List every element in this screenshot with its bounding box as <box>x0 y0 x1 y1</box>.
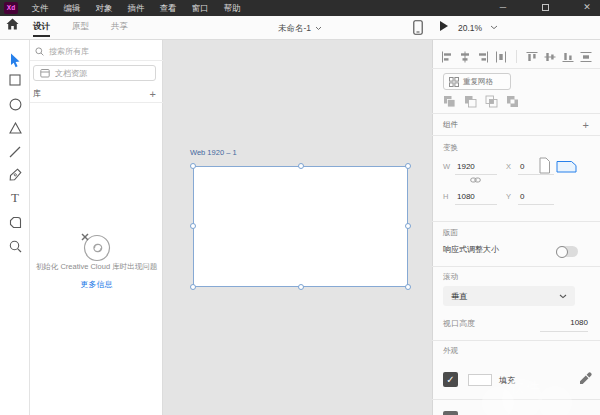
divider <box>516 50 517 63</box>
menu-object[interactable]: 对象 <box>88 0 120 16</box>
divider <box>455 204 497 205</box>
home-icon[interactable] <box>6 18 26 38</box>
divider <box>30 102 163 103</box>
height-input[interactable]: 1080 <box>457 192 475 201</box>
menu-edit[interactable]: 编辑 <box>56 0 88 16</box>
resize-handle-nw[interactable] <box>190 163 196 169</box>
scroll-direction-select[interactable]: 垂直 <box>443 286 575 306</box>
components-header: 组件 + <box>443 120 589 130</box>
resize-handle-ne[interactable] <box>405 163 411 169</box>
boolean-exclude-icon[interactable] <box>506 95 519 108</box>
repeat-grid-icon <box>449 77 459 87</box>
tab-share[interactable]: 共享 <box>111 17 128 39</box>
library-header: 库 + <box>33 88 156 99</box>
device-preview-icon[interactable] <box>413 20 423 35</box>
resize-handle-sw[interactable] <box>190 284 196 290</box>
menu-window[interactable]: 窗口 <box>184 0 216 16</box>
text-tool-icon[interactable]: T <box>0 188 30 208</box>
eyedropper-icon[interactable] <box>579 372 592 385</box>
menubar: 文件 编辑 对象 插件 查看 窗口 帮助 <box>24 0 248 16</box>
creative-cloud-error-icon <box>80 232 112 262</box>
artboard-tool-icon[interactable] <box>0 212 30 232</box>
y-input[interactable]: 0 <box>520 192 524 201</box>
ellipse-tool-icon[interactable] <box>0 94 30 114</box>
viewport-height-label: 视口高度 <box>443 318 475 329</box>
resize-handle-s[interactable] <box>298 284 304 290</box>
menu-plugins[interactable]: 插件 <box>120 0 152 16</box>
align-middle-vertical-icon[interactable] <box>544 51 556 63</box>
divider <box>432 113 600 114</box>
scroll-section-label: 滚动 <box>443 272 458 282</box>
library-search-input[interactable]: 搜索所有库 <box>35 44 89 58</box>
library-error-message: 初始化 Creative Cloud 库时出现问题 <box>31 262 162 272</box>
width-input[interactable]: 1920 <box>457 162 475 171</box>
viewport-height-input[interactable]: 1080 <box>540 318 588 327</box>
library-label: 库 <box>33 88 41 99</box>
divider <box>518 174 554 175</box>
height-label: H <box>443 192 448 201</box>
window-titlebar: Xd 文件 编辑 对象 插件 查看 窗口 帮助 ─ ✕ <box>0 0 600 16</box>
portrait-orientation-icon[interactable] <box>538 157 551 174</box>
menu-file[interactable]: 文件 <box>24 0 56 16</box>
artboard[interactable] <box>193 166 408 287</box>
zoom-tool-icon[interactable] <box>0 236 30 256</box>
align-bottom-icon[interactable] <box>562 51 574 63</box>
width-label: W <box>443 162 450 171</box>
distribute-horizontal-icon[interactable] <box>495 51 507 63</box>
divider <box>432 135 600 136</box>
resize-handle-se[interactable] <box>405 284 411 290</box>
resize-handle-n[interactable] <box>298 163 304 169</box>
menu-view[interactable]: 查看 <box>152 0 184 16</box>
layout-section-label: 版面 <box>443 228 458 238</box>
divider <box>30 60 163 61</box>
close-button[interactable]: ✕ <box>566 0 600 16</box>
responsive-resize-toggle[interactable] <box>556 246 578 257</box>
divider <box>518 204 554 205</box>
document-title[interactable]: 未命名-1 <box>230 16 370 40</box>
tab-design[interactable]: 设计 <box>33 17 50 39</box>
document-assets-button[interactable]: 文档资源 <box>33 65 156 81</box>
add-component-button[interactable]: + <box>583 120 589 130</box>
lock-aspect-icon[interactable] <box>470 176 481 184</box>
rectangle-tool-icon[interactable] <box>0 70 30 90</box>
fill-color-swatch[interactable] <box>468 374 492 386</box>
boolean-intersect-icon[interactable] <box>485 95 498 108</box>
line-tool-icon[interactable] <box>0 142 30 162</box>
chevron-down-icon <box>559 294 567 299</box>
x-label: X <box>506 162 511 171</box>
boolean-add-icon[interactable] <box>443 95 456 108</box>
artboard-name[interactable]: Web 1920 – 1 <box>190 148 237 157</box>
zoom-chevron-down-icon[interactable] <box>490 25 498 30</box>
tab-prototype[interactable]: 原型 <box>72 17 89 39</box>
x-input[interactable]: 0 <box>520 162 524 171</box>
divider <box>540 331 588 332</box>
distribute-vertical-icon[interactable] <box>580 51 592 63</box>
toggle-knob <box>556 246 568 258</box>
fill-checkbox[interactable]: ✓ <box>443 372 458 387</box>
boolean-subtract-icon[interactable] <box>464 95 477 108</box>
maximize-button[interactable] <box>524 0 566 16</box>
align-center-horizontal-icon[interactable] <box>459 51 471 63</box>
more-info-link[interactable]: 更多信息 <box>31 279 162 290</box>
chevron-down-icon <box>315 26 322 31</box>
divider <box>432 399 600 400</box>
align-right-icon[interactable] <box>477 51 489 63</box>
align-top-icon[interactable] <box>526 51 538 63</box>
polygon-tool-icon[interactable] <box>0 118 30 138</box>
play-preview-icon[interactable] <box>440 21 448 31</box>
menu-help[interactable]: 帮助 <box>216 0 248 16</box>
border-checkbox-cutoff[interactable] <box>443 411 458 415</box>
add-library-button[interactable]: + <box>150 89 156 99</box>
pen-tool-icon[interactable] <box>0 164 30 184</box>
align-left-icon[interactable] <box>441 51 453 63</box>
repeat-grid-button[interactable]: 重复网格 <box>443 73 511 90</box>
appearance-section-label: 外观 <box>443 346 458 356</box>
resize-handle-e[interactable] <box>405 223 411 229</box>
select-tool-icon[interactable] <box>0 50 30 70</box>
fill-label: 填充 <box>499 375 515 386</box>
resize-handle-w[interactable] <box>190 223 196 229</box>
zoom-level[interactable]: 20.1% <box>458 16 482 40</box>
minimize-button[interactable]: ─ <box>482 0 524 16</box>
tools-sidebar: T <box>0 40 30 415</box>
landscape-orientation-icon[interactable] <box>556 160 577 173</box>
